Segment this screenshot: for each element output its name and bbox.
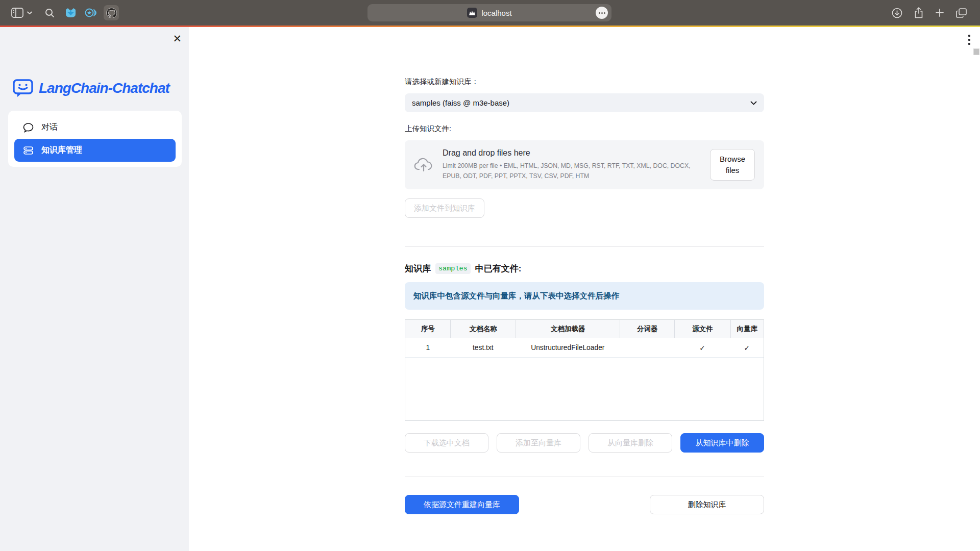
kb-stack-icon <box>23 145 34 156</box>
download-icon[interactable] <box>892 8 902 18</box>
file-actions-row: 下载选中文档 添加至向量库 从向量库删除 从知识库中删除 <box>405 433 764 453</box>
cell-loader: UnstructuredFileLoader <box>516 338 620 357</box>
table-row[interactable]: 1 test.txt UnstructuredFileLoader ✓ ✓ <box>405 338 764 358</box>
info-banner: 知识库中包含源文件与向量库，请从下表中选择文件后操作 <box>405 282 764 310</box>
site-favicon <box>467 8 477 18</box>
cell-vector-store-check: ✓ <box>730 338 764 357</box>
search-icon[interactable] <box>45 8 55 18</box>
divider <box>405 246 764 247</box>
app-logo: LangChain-Chatchat <box>12 78 169 98</box>
sidebar-menu: 对话 知识库管理 <box>8 111 182 167</box>
github-extension-icon[interactable] <box>104 5 119 20</box>
table-empty-area <box>405 358 764 420</box>
scrollbar-thumb[interactable] <box>973 48 979 55</box>
sidebar-item-label: 知识库管理 <box>41 145 82 156</box>
kb-footer-actions: 依据源文件重建向量库 删除知识库 <box>405 495 764 514</box>
divider <box>405 477 764 477</box>
browser-toolbar: localhost <box>0 0 980 26</box>
sidebar-toggle-icon[interactable] <box>11 8 23 18</box>
dropzone-title: Drag and drop files here <box>443 148 701 158</box>
kb-select[interactable]: samples (faiss @ m3e-base) <box>405 93 764 112</box>
download-selected-button[interactable]: 下载选中文档 <box>405 433 488 453</box>
add-files-to-kb-button[interactable]: 添加文件到知识库 <box>405 198 484 218</box>
delete-from-kb-button[interactable]: 从知识库中删除 <box>680 433 764 453</box>
col-header-source-file: 源文件 <box>674 320 730 338</box>
dropzone-limit: Limit 200MB per file • EML, HTML, JSON, … <box>443 161 701 181</box>
existing-files-heading: 知识库 samples 中已有文件: <box>405 263 764 274</box>
ellipsis-icon[interactable] <box>596 7 608 19</box>
sidebar: ✕ LangChain-Chatchat 对 <box>0 27 189 551</box>
logo-text: LangChain-Chatchat <box>39 80 169 96</box>
close-icon[interactable]: ✕ <box>173 33 182 44</box>
share-icon[interactable] <box>914 7 923 18</box>
table-header-row: 序号 文档名称 文档加载器 分词器 源文件 向量库 <box>405 320 764 338</box>
cell-splitter <box>620 338 674 357</box>
chat-bubble-icon <box>23 122 34 133</box>
tab-overview-icon[interactable] <box>956 8 967 18</box>
address-bar[interactable]: localhost <box>368 4 611 21</box>
circles-extension-icon[interactable] <box>85 8 96 18</box>
cat-extension-icon[interactable] <box>65 8 76 18</box>
cell-index: 1 <box>405 338 450 357</box>
sidebar-item-kb-management[interactable]: 知识库管理 <box>14 139 176 162</box>
heading-suffix: 中已有文件: <box>475 263 522 274</box>
sidebar-item-dialogue[interactable]: 对话 <box>14 116 176 139</box>
col-header-doc-name: 文档名称 <box>450 320 516 338</box>
delete-kb-button[interactable]: 删除知识库 <box>650 495 764 514</box>
col-header-vector-store: 向量库 <box>730 320 764 338</box>
file-dropzone[interactable]: Drag and drop files here Limit 200MB per… <box>405 140 764 189</box>
address-text: localhost <box>481 9 511 17</box>
delete-from-vector-store-button[interactable]: 从向量库删除 <box>589 433 672 453</box>
rebuild-vector-store-button[interactable]: 依据源文件重建向量库 <box>405 495 519 514</box>
col-header-loader: 文档加载器 <box>516 320 620 338</box>
logo-chat-icon <box>12 78 34 98</box>
col-header-splitter: 分词器 <box>620 320 674 338</box>
cell-source-file-check: ✓ <box>674 338 730 357</box>
upload-label: 上传知识文件: <box>405 124 764 134</box>
main-panel: 请选择或新建知识库： samples (faiss @ m3e-base) 上传… <box>189 27 980 551</box>
cell-doc-name: test.txt <box>450 338 516 357</box>
sidebar-item-label: 对话 <box>41 122 58 133</box>
heading-prefix: 知识库 <box>405 263 431 274</box>
cloud-upload-icon <box>414 157 433 172</box>
add-to-vector-store-button[interactable]: 添加至向量库 <box>497 433 580 453</box>
new-tab-icon[interactable] <box>935 8 944 17</box>
toolbar-chevron-icon[interactable] <box>27 11 33 15</box>
chevron-down-icon <box>750 101 757 105</box>
files-table: 序号 文档名称 文档加载器 分词器 源文件 向量库 1 test.txt Uns… <box>405 319 764 421</box>
kb-select-value: samples (faiss @ m3e-base) <box>412 98 509 107</box>
kb-name-code: samples <box>435 263 471 274</box>
kb-select-label: 请选择或新建知识库： <box>405 77 764 87</box>
col-header-index: 序号 <box>405 320 450 338</box>
browse-files-button[interactable]: Browse files <box>710 149 755 181</box>
kebab-menu-icon[interactable] <box>968 35 970 45</box>
